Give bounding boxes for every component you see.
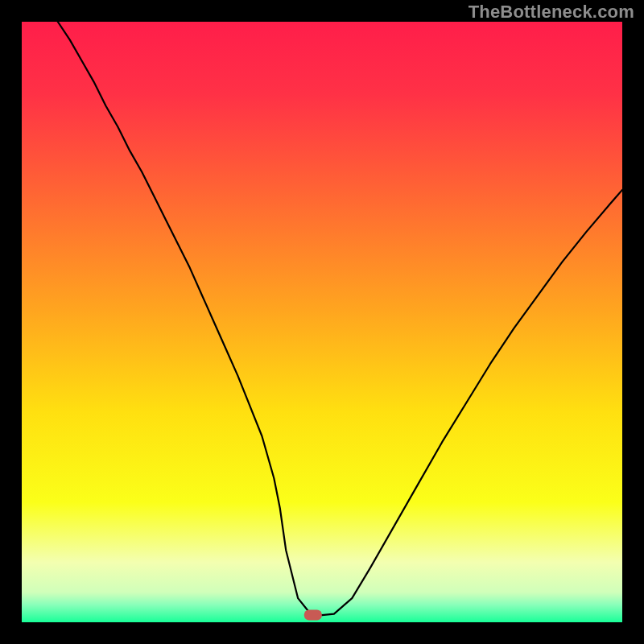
watermark-text: TheBottleneck.com bbox=[469, 2, 634, 23]
gradient-background bbox=[22, 22, 622, 622]
plot-area bbox=[22, 22, 622, 622]
chart-frame: TheBottleneck.com bbox=[0, 0, 644, 644]
operating-point-marker bbox=[304, 610, 322, 621]
bottleneck-curve-chart bbox=[22, 22, 622, 622]
